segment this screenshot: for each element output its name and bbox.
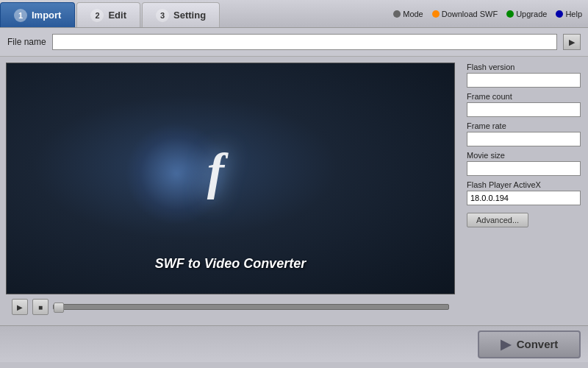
flash-version-label: Flash version <box>467 63 581 71</box>
tab-setting-num: 3 <box>156 9 169 22</box>
tab-import-label: Import <box>32 10 61 21</box>
movie-size-group: Movie size <box>467 151 581 176</box>
upgrade-label: Upgrade <box>516 10 547 18</box>
frame-rate-input[interactable] <box>467 132 581 146</box>
help-label: Help <box>565 10 582 18</box>
preview-title: SWF to Video Converter <box>7 256 454 272</box>
filename-row: File name ▶ <box>0 28 588 57</box>
filename-input[interactable] <box>52 34 557 50</box>
tab-import-num: 1 <box>14 9 27 22</box>
upgrade-action[interactable]: Upgrade <box>506 10 547 18</box>
convert-label: Convert <box>517 338 559 350</box>
advanced-button[interactable]: Advanced... <box>467 213 528 227</box>
flash-version-group: Flash version <box>467 63 581 88</box>
browse-button[interactable]: ▶ <box>563 34 581 50</box>
right-panel: Flash version Frame count Frame rate Mov… <box>459 57 588 325</box>
convert-icon: ▶ <box>501 336 511 353</box>
bottom-bar: ▶ Convert <box>0 325 588 362</box>
tab-edit[interactable]: 2 Edit <box>76 2 140 27</box>
tab-edit-label: Edit <box>108 10 126 21</box>
flash-player-activex-label: Flash Player ActiveX <box>467 180 581 189</box>
frame-count-group: Frame count <box>467 92 581 117</box>
download-swf-icon <box>432 10 440 18</box>
flash-version-input[interactable] <box>467 73 581 88</box>
preview-video: f SWF to Video Converter <box>6 63 455 294</box>
flash-player-activex-input[interactable] <box>467 191 581 205</box>
frame-count-label: Frame count <box>467 92 581 101</box>
movie-size-input[interactable] <box>467 161 581 176</box>
tabs: 1 Import 2 Edit 3 Setting <box>0 0 221 27</box>
tab-setting-label: Setting <box>173 10 206 21</box>
help-icon <box>556 10 563 18</box>
download-swf-action[interactable]: Download SWF <box>432 10 498 18</box>
stop-button[interactable]: ■ <box>32 299 49 315</box>
frame-rate-group: Frame rate <box>467 121 581 146</box>
progress-handle[interactable] <box>54 302 64 313</box>
progress-bar[interactable] <box>53 304 449 310</box>
header: 1 Import 2 Edit 3 Setting Mode Download … <box>0 0 588 28</box>
mode-action[interactable]: Mode <box>393 10 423 18</box>
mode-icon <box>393 10 401 18</box>
preview-area: f SWF to Video Converter ▶ ■ <box>0 57 459 325</box>
frame-count-input[interactable] <box>467 102 581 117</box>
tab-import[interactable]: 1 Import <box>0 2 75 27</box>
controls-bar: ▶ ■ <box>6 294 455 319</box>
filename-label: File name <box>7 37 46 47</box>
header-actions: Mode Download SWF Upgrade Help <box>393 10 582 18</box>
play-button[interactable]: ▶ <box>12 299 28 315</box>
movie-size-label: Movie size <box>467 151 581 160</box>
main-content: f SWF to Video Converter ▶ ■ Flash versi… <box>0 57 588 325</box>
tab-setting[interactable]: 3 Setting <box>142 2 220 27</box>
flash-player-activex-group: Flash Player ActiveX <box>467 180 581 205</box>
download-swf-label: Download SWF <box>442 10 498 18</box>
frame-rate-label: Frame rate <box>467 121 581 130</box>
tab-edit-num: 2 <box>90 9 104 22</box>
mode-label: Mode <box>403 10 423 18</box>
upgrade-icon <box>506 10 514 18</box>
convert-button[interactable]: ▶ Convert <box>478 330 581 358</box>
flash-icon: f <box>207 142 224 201</box>
help-action[interactable]: Help <box>556 10 582 18</box>
